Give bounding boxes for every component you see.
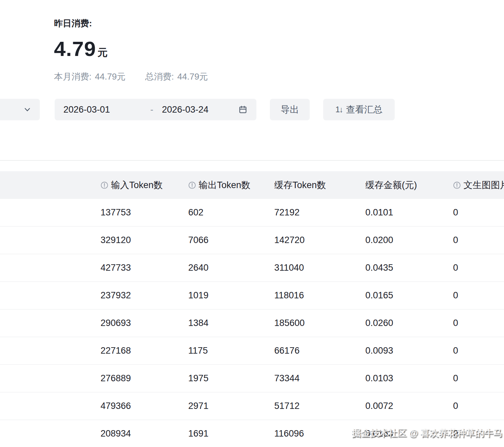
header-label: 输出Token数 <box>199 179 250 191</box>
view-summary-button[interactable]: 1↓ 查看汇总 <box>323 99 395 120</box>
table-row: 227168 1175 66176 0.0093 0 <box>0 337 504 365</box>
date-start-input[interactable]: 2026-03-01 <box>63 105 142 115</box>
cell-output-tokens: 1691 <box>179 428 265 439</box>
table-body: 137753 602 72192 0.0101 0 329120 7066 14… <box>0 199 504 447</box>
cell-input-tokens: 208934 <box>91 428 179 439</box>
watermark-text: 掘金技术社区 @ 喜欢养花种草的牛马 <box>352 427 502 439</box>
info-icon[interactable] <box>101 181 108 189</box>
header-cell-cache-amount: 缓存金额(元) <box>356 179 444 191</box>
cell-cache-tokens: 66176 <box>265 346 356 356</box>
cell-cache-tokens: 311040 <box>265 263 356 273</box>
cell-t2i-images: 0 <box>444 290 504 301</box>
header-cell-cache-tokens: 缓存Token数 <box>265 179 356 191</box>
cell-input-tokens: 137753 <box>91 207 179 218</box>
cell-cache-tokens: 73344 <box>265 373 356 384</box>
filter-select[interactable] <box>0 99 40 120</box>
month-consumption: 本月消费: 44.79元 <box>54 71 125 83</box>
header-cell-output-tokens: 输出Token数 <box>179 179 265 191</box>
cell-output-tokens: 7066 <box>179 235 265 245</box>
header-label: 缓存Token数 <box>274 179 326 191</box>
table-row: 427733 2640 311040 0.0435 0 <box>0 254 504 282</box>
cell-output-tokens: 2640 <box>179 263 265 273</box>
cell-input-tokens: 427733 <box>91 263 179 273</box>
cell-t2i-images: 0 <box>444 401 504 411</box>
cell-input-tokens: 227168 <box>91 346 179 356</box>
filter-toolbar: 2026-03-01 - 2026-03-24 导出 1↓ 查看汇总 <box>0 99 504 120</box>
cell-t2i-images: 0 <box>444 373 504 384</box>
numeric-sort-icon: 1↓ <box>335 105 342 114</box>
table-row: 276889 1975 73344 0.0103 0 <box>0 365 504 392</box>
section-divider <box>0 160 504 161</box>
cell-t2i-images: 0 <box>444 235 504 245</box>
header-label: 输入Token数 <box>111 179 163 191</box>
table-row: 479366 2971 51712 0.0072 0 <box>0 392 504 420</box>
header-cell-input-tokens: 输入Token数 <box>91 179 179 191</box>
chevron-down-icon <box>23 105 32 114</box>
total-consumption: 总消费: 44.79元 <box>145 71 208 83</box>
yesterday-amount: 4.79 <box>54 37 96 61</box>
cell-input-tokens: 479366 <box>91 401 179 411</box>
cell-output-tokens: 1019 <box>179 290 265 301</box>
calendar-icon[interactable] <box>238 105 248 114</box>
usage-table: 输入Token数 输出Token数 缓存Token数 缓存金额(元) 文生图图片 <box>0 171 504 447</box>
table-row: 237932 1019 118016 0.0165 0 <box>0 282 504 309</box>
cell-output-tokens: 2971 <box>179 401 265 411</box>
cell-output-tokens: 1175 <box>179 346 265 356</box>
cell-cache-tokens: 51712 <box>265 401 356 411</box>
total-consumption-value: 44.79元 <box>177 71 208 83</box>
month-consumption-label: 本月消费: <box>54 71 91 83</box>
cell-cache-amount: 0.0165 <box>356 290 444 301</box>
cell-t2i-images: 0 <box>444 318 504 328</box>
cell-input-tokens: 237932 <box>91 290 179 301</box>
table-row: 329120 7066 142720 0.0200 0 <box>0 227 504 254</box>
cell-cache-tokens: 118016 <box>265 290 356 301</box>
yesterday-consumption-label: 昨日消费: <box>54 18 208 29</box>
cell-input-tokens: 276889 <box>91 373 179 384</box>
consumption-stats: 昨日消费: 4.79 元 本月消费: 44.79元 总消费: 44.79元 <box>54 18 208 83</box>
cell-t2i-images: 0 <box>444 207 504 218</box>
stats-sub-row: 本月消费: 44.79元 总消费: 44.79元 <box>54 71 208 83</box>
cell-input-tokens: 329120 <box>91 235 179 245</box>
cell-cache-amount: 0.0260 <box>356 318 444 328</box>
table-header-row: 输入Token数 输出Token数 缓存Token数 缓存金额(元) 文生图图片 <box>0 171 504 199</box>
export-button-label: 导出 <box>281 103 299 116</box>
cell-cache-amount: 0.0103 <box>356 373 444 384</box>
view-summary-label: 查看汇总 <box>346 103 383 116</box>
cell-cache-amount: 0.0435 <box>356 263 444 273</box>
cell-cache-amount: 0.0101 <box>356 207 444 218</box>
date-range-separator: - <box>142 105 162 115</box>
date-range-picker[interactable]: 2026-03-01 - 2026-03-24 <box>55 99 256 120</box>
cell-input-tokens: 290693 <box>91 318 179 328</box>
table-row: 290693 1384 185600 0.0260 0 <box>0 309 504 337</box>
cell-cache-amount: 0.0200 <box>356 235 444 245</box>
cell-cache-tokens: 72192 <box>265 207 356 218</box>
cell-cache-amount: 0.0072 <box>356 401 444 411</box>
month-consumption-value: 44.79元 <box>95 71 125 83</box>
cell-cache-tokens: 116096 <box>265 428 356 439</box>
cell-t2i-images: 0 <box>444 346 504 356</box>
date-end-input[interactable]: 2026-03-24 <box>162 105 238 115</box>
header-cell-t2i-images: 文生图图片 <box>444 179 504 191</box>
cell-output-tokens: 1975 <box>179 373 265 384</box>
total-consumption-label: 总消费: <box>145 71 174 83</box>
cell-t2i-images: 0 <box>444 263 504 273</box>
info-icon[interactable] <box>453 181 461 189</box>
header-label: 缓存金额(元) <box>365 179 417 191</box>
cell-output-tokens: 602 <box>179 207 265 218</box>
export-button[interactable]: 导出 <box>270 99 310 120</box>
cell-cache-amount: 0.0093 <box>356 346 444 356</box>
table-row: 137753 602 72192 0.0101 0 <box>0 199 504 227</box>
yesterday-unit: 元 <box>97 46 108 60</box>
cell-cache-tokens: 142720 <box>265 235 356 245</box>
yesterday-consumption-value: 4.79 元 <box>54 37 208 61</box>
header-label: 文生图图片 <box>464 179 504 191</box>
billing-usage-page: 昨日消费: 4.79 元 本月消费: 44.79元 总消费: 44.79元 20… <box>0 0 504 447</box>
cell-output-tokens: 1384 <box>179 318 265 328</box>
cell-cache-tokens: 185600 <box>265 318 356 328</box>
info-icon[interactable] <box>188 181 196 189</box>
